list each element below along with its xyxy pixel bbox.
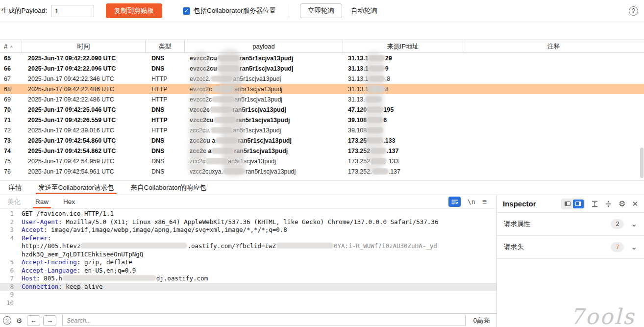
- column-header-index[interactable]: # ∧: [0, 40, 22, 52]
- cell-time: 2025-Jun-17 09:42:54.860 UTC: [22, 137, 146, 144]
- inspector-header: Inspector ⚙ ✕: [497, 195, 644, 213]
- search-next-button[interactable]: →: [43, 315, 56, 326]
- layout-left-panel-icon[interactable]: [562, 200, 573, 208]
- request-text: http://805.htevz: [22, 242, 80, 250]
- section-count-badge: 2: [611, 219, 624, 229]
- inspector-panel: Inspector ⚙ ✕ 请求属性2⌄请求头7⌄: [497, 195, 644, 327]
- payload-count-input[interactable]: [51, 5, 94, 17]
- layout-right-panel-icon[interactable]: [573, 200, 584, 208]
- request-line: 8Connection: keep-alive: [0, 283, 496, 291]
- include-server-location-checkbox[interactable]: ✓ 包括Collaborator服务器位置: [183, 6, 276, 15]
- payload-redaction: [211, 148, 234, 154]
- auto-poll-button[interactable]: 自动轮询: [345, 4, 383, 18]
- editor-menu-icon[interactable]: ≡: [482, 198, 487, 206]
- inspector-close-icon[interactable]: ✕: [632, 200, 638, 208]
- search-settings-gear-icon[interactable]: ⚙: [14, 317, 24, 325]
- editor-subtab-美化[interactable]: 美化: [0, 195, 28, 208]
- newline-display-toggle[interactable]: \n: [468, 198, 475, 205]
- header-name: Accept-Encoding: [22, 258, 77, 266]
- partially-redacted-text: 0YA:i-R_WUWf7i0zAU30ZuHA-_yd: [334, 242, 437, 250]
- table-vertical-scrollbar[interactable]: [640, 148, 644, 178]
- collapse-all-icon[interactable]: [605, 201, 612, 207]
- text-redaction: [276, 243, 334, 249]
- table-row[interactable]: 662025-Jun-17 09:42:22.096 UTCDNSevzcc2c…: [0, 63, 644, 74]
- cell-payload: zcc2can5r1scjva13pudj: [185, 158, 343, 165]
- column-header-time[interactable]: 时间: [22, 40, 146, 52]
- copy-to-clipboard-button[interactable]: 复制到剪贴板: [106, 3, 162, 18]
- chevron-down-icon[interactable]: ⌄: [631, 243, 637, 252]
- column-header-type[interactable]: 类型: [146, 40, 185, 52]
- payload-redaction: [212, 86, 234, 92]
- table-row[interactable]: 732025-Jun-17 09:42:54.860 UTCDNSzcc2cu …: [0, 135, 644, 146]
- line-number: [0, 242, 18, 251]
- cell-index: 69: [0, 96, 22, 103]
- word-wrap-toggle-icon[interactable]: [448, 197, 461, 207]
- section-count-badge: 7: [611, 242, 624, 252]
- cell-source-ip: 173.25.133: [343, 137, 463, 144]
- table-row[interactable]: 742025-Jun-17 09:42:54.862 UTCDNSzcc2c a…: [0, 146, 644, 156]
- request-line: 1GET /favicon.ico HTTP/1.1: [0, 210, 496, 218]
- cell-time: 2025-Jun-17 09:42:54.862 UTC: [22, 148, 146, 154]
- poll-now-button[interactable]: 立即轮询: [300, 3, 342, 18]
- collaborator-toolbar: 生成的Payload: 复制到剪贴板 ✓ 包括Collaborator服务器位置…: [0, 0, 644, 22]
- request-text: GET /favicon.ico HTTP/1.1: [22, 210, 114, 217]
- cell-payload: evzcc2curan5r1scjva13pudj: [185, 65, 343, 72]
- search-input[interactable]: [62, 315, 466, 326]
- line-number: 7: [0, 275, 18, 283]
- ip-redaction: [369, 65, 385, 72]
- burp-collaborator-window: 生成的Payload: 复制到剪贴板 ✓ 包括Collaborator服务器位置…: [0, 0, 644, 327]
- cell-type: DNS: [146, 168, 185, 175]
- payload-redaction: [210, 75, 233, 82]
- http-request-editor[interactable]: 1GET /favicon.ico HTTP/1.12User-Agent: M…: [0, 209, 496, 313]
- ip-redaction: [367, 127, 383, 133]
- cell-payload: vzcc2curan5r1scjva13pudj: [185, 117, 343, 124]
- table-row[interactable]: 712025-Jun-17 09:42:26.559 UTCHTTPvzcc2c…: [0, 115, 644, 125]
- table-row[interactable]: 652025-Jun-17 09:42:22.090 UTCDNSevzcc2c…: [0, 53, 644, 63]
- tab-inactive[interactable]: 来自Collaborator的响应包: [123, 181, 215, 194]
- chevron-down-icon[interactable]: ⌄: [631, 220, 637, 228]
- table-row[interactable]: 692025-Jun-17 09:42:22.486 UTCHTTPevzcc2…: [0, 94, 644, 104]
- column-header-comment[interactable]: 注释: [463, 40, 644, 52]
- inspector-title: Inspector: [503, 200, 536, 208]
- inspector-section[interactable]: 请求属性2⌄: [497, 213, 644, 236]
- generated-payload-label: 生成的Payload:: [1, 6, 47, 15]
- table-row[interactable]: 702025-Jun-17 09:42:25.046 UTCDNSvzcc2cr…: [0, 104, 644, 115]
- bottom-panel: 美化RawHex \n ≡ 1GET /favicon.ico HTTP/1.1…: [0, 195, 644, 327]
- table-row[interactable]: 672025-Jun-17 09:42:22.346 UTCHTTPevzcc2…: [0, 74, 644, 84]
- expand-all-icon[interactable]: [591, 201, 598, 207]
- request-line: http://805.htevz.oastify.com/?fbclid=IwZ…: [0, 242, 496, 251]
- editor-subtab-raw[interactable]: Raw: [28, 195, 56, 208]
- request-editor-panel: 美化RawHex \n ≡ 1GET /favicon.ico HTTP/1.1…: [0, 195, 497, 327]
- cell-source-ip: 39.108: [343, 127, 463, 134]
- cell-time: 2025-Jun-17 09:42:22.096 UTC: [22, 65, 146, 72]
- editor-subtab-hex[interactable]: Hex: [56, 195, 82, 208]
- inspector-section[interactable]: 请求头7⌄: [497, 236, 644, 259]
- toolbar-divider: [289, 4, 289, 18]
- request-text: .oastify.com/?fbclid=IwZ: [187, 242, 276, 250]
- cell-type: DNS: [146, 158, 185, 165]
- inspector-settings-gear-icon[interactable]: ⚙: [619, 199, 625, 208]
- tab-active[interactable]: 发送至Collaborator请求包: [30, 181, 123, 194]
- line-number: 1: [0, 210, 18, 218]
- column-header-payload[interactable]: payload: [185, 40, 343, 52]
- cell-type: HTTP: [146, 96, 185, 103]
- table-row[interactable]: 762025-Jun-17 09:42:54.961 UTCDNSvzcc2cu…: [0, 166, 644, 176]
- cell-index: 66: [0, 65, 22, 72]
- search-previous-button[interactable]: ←: [27, 315, 40, 326]
- request-text: : Mozilla/5.0 (X11; Linux x86_64) AppleW…: [58, 218, 438, 226]
- search-help-icon[interactable]: ?: [3, 316, 11, 325]
- request-text: :: [48, 234, 51, 242]
- ip-redaction: [367, 117, 383, 123]
- header-name: Referer: [22, 234, 48, 242]
- interactions-table: # ∧ 时间 类型 payload 来源IP地址 注释 652025-Jun-1…: [0, 39, 644, 180]
- help-icon[interactable]: ?: [629, 6, 638, 16]
- tab-inactive[interactable]: 详情: [0, 181, 30, 194]
- table-row[interactable]: 722025-Jun-17 09:42:39.016 UTCHTTPzcc2cu…: [0, 125, 644, 135]
- cell-source-ip: 31.13.129: [343, 55, 463, 62]
- inspector-layout-segmented-control: [561, 199, 585, 209]
- table-row[interactable]: 682025-Jun-17 09:42:22.486 UTCHTTPevzcc2…: [0, 84, 644, 94]
- inspector-section-label: 请求属性: [504, 220, 530, 228]
- table-row[interactable]: 752025-Jun-17 09:42:54.959 UTCDNSzcc2can…: [0, 156, 644, 166]
- cell-payload: evzcc2curan5r1scjva13pudj: [185, 55, 343, 62]
- column-header-source-ip[interactable]: 来源IP地址: [343, 40, 463, 52]
